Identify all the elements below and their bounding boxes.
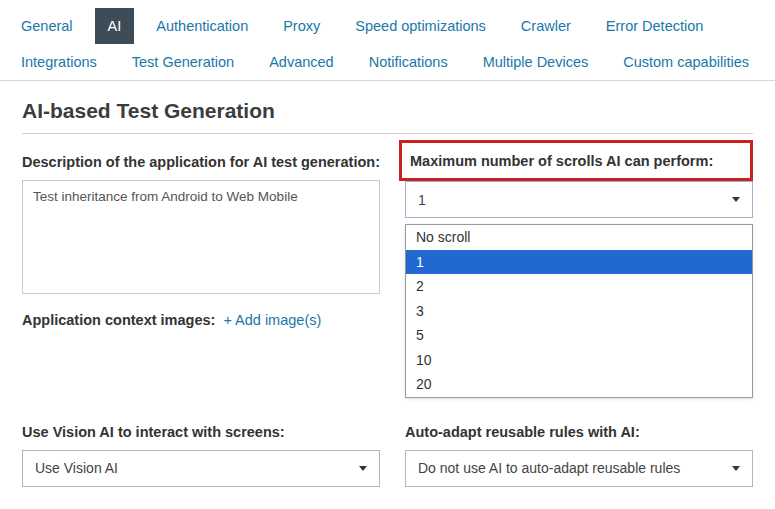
vision-ai-select[interactable]: Use Vision AI xyxy=(22,450,380,487)
tab-crawler[interactable]: Crawler xyxy=(508,8,584,44)
context-images-label: Application context images: xyxy=(22,312,215,328)
tab-authentication[interactable]: Authentication xyxy=(143,8,261,44)
chevron-down-icon xyxy=(732,197,740,202)
tab-test-generation[interactable]: Test Generation xyxy=(119,44,247,80)
tab-row-2: Integrations Test Generation Advanced No… xyxy=(8,44,767,80)
description-column: Description of the application for AI te… xyxy=(22,140,380,328)
vision-ai-column: Use Vision AI to interact with screens: … xyxy=(22,424,380,487)
scrolls-select[interactable]: 1 xyxy=(405,181,753,218)
chevron-down-icon xyxy=(359,466,367,471)
ai-settings-panel: AI-based Test Generation Description of … xyxy=(0,81,775,487)
description-label: Description of the application for AI te… xyxy=(22,154,380,170)
vision-ai-select-value: Use Vision AI xyxy=(35,460,118,476)
description-textarea[interactable]: Test inheritance from Android to Web Mob… xyxy=(22,180,380,294)
tab-advanced[interactable]: Advanced xyxy=(256,44,347,80)
add-images-link[interactable]: + Add image(s) xyxy=(223,312,321,328)
tab-proxy[interactable]: Proxy xyxy=(270,8,333,44)
tab-speed-optimizations[interactable]: Speed optimizations xyxy=(342,8,499,44)
dropdown-option-2[interactable]: 2 xyxy=(406,274,752,299)
auto-adapt-column: Auto-adapt reusable rules with AI: Do no… xyxy=(405,424,753,487)
tab-integrations[interactable]: Integrations xyxy=(8,44,110,80)
annotation-red-box: Maximum number of scrolls AI can perform… xyxy=(399,140,753,181)
vision-ai-label: Use Vision AI to interact with screens: xyxy=(22,424,380,440)
tab-custom-capabilities[interactable]: Custom capabilities xyxy=(610,44,762,80)
tab-multiple-devices[interactable]: Multiple Devices xyxy=(470,44,602,80)
tab-general[interactable]: General xyxy=(8,8,86,44)
page-title: AI-based Test Generation xyxy=(22,99,753,123)
dropdown-option-5[interactable]: 5 xyxy=(406,323,752,348)
dropdown-option-3[interactable]: 3 xyxy=(406,299,752,324)
dropdown-option-1[interactable]: 1 xyxy=(406,250,752,275)
scrolls-column: Maximum number of scrolls AI can perform… xyxy=(405,140,753,398)
dropdown-option-no-scroll[interactable]: No scroll xyxy=(406,225,752,250)
scrolls-select-value: 1 xyxy=(418,192,426,208)
tab-error-detection[interactable]: Error Detection xyxy=(593,8,717,44)
auto-adapt-label: Auto-adapt reusable rules with AI: xyxy=(405,424,753,440)
auto-adapt-select-value: Do not use AI to auto-adapt reusable rul… xyxy=(418,460,680,476)
scrolls-dropdown-list: No scroll 1 2 3 5 10 20 xyxy=(405,224,753,398)
section-divider xyxy=(22,133,753,134)
tab-row-1: General AI Authentication Proxy Speed op… xyxy=(8,8,767,44)
tab-notifications[interactable]: Notifications xyxy=(356,44,461,80)
scrolls-label: Maximum number of scrolls AI can perform… xyxy=(410,153,742,169)
auto-adapt-select[interactable]: Do not use AI to auto-adapt reusable rul… xyxy=(405,450,753,487)
dropdown-option-20[interactable]: 20 xyxy=(406,372,752,397)
chevron-down-icon xyxy=(732,466,740,471)
context-images-row: Application context images: + Add image(… xyxy=(22,312,380,328)
tab-bar: General AI Authentication Proxy Speed op… xyxy=(0,0,775,81)
tab-ai[interactable]: AI xyxy=(95,8,135,44)
dropdown-option-10[interactable]: 10 xyxy=(406,348,752,373)
